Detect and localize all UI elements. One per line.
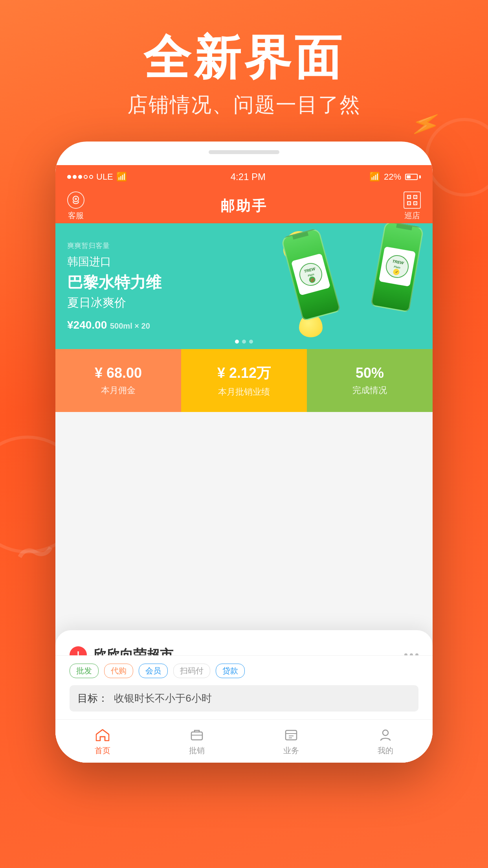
second-tag-wholesale: 批发 xyxy=(70,664,99,678)
second-tag-loan: 贷款 xyxy=(216,664,245,678)
nav-home-label: 首页 xyxy=(95,745,110,756)
stats-row: ¥ 68.00 本月佣金 ¥ 2.12万 本月批销业绩 50% 完成情况 xyxy=(55,349,433,412)
app-title: 邮助手 xyxy=(220,197,268,216)
scan-store-label: 巡店 xyxy=(404,210,420,221)
svg-rect-20 xyxy=(191,732,202,740)
business-icon xyxy=(283,726,300,744)
goal-label: 目标： xyxy=(77,692,108,704)
customer-service-button[interactable]: 客服 xyxy=(67,191,84,221)
goal-content: 收银时长不小于6小时 xyxy=(114,692,211,704)
profile-icon xyxy=(377,726,394,744)
phone-notch xyxy=(209,150,279,154)
status-right: 📶 22% xyxy=(369,172,421,182)
second-tag-purchasing: 代购 xyxy=(104,664,133,678)
signal-dot-3 xyxy=(78,175,82,179)
main-title: 全新界面 xyxy=(0,31,488,83)
battery-fill xyxy=(407,175,411,178)
svg-rect-22 xyxy=(286,730,297,740)
nav-profile-label: 我的 xyxy=(378,745,393,756)
stat-commission-label: 本月佣金 xyxy=(101,384,136,396)
banner-dot-1 xyxy=(235,340,239,344)
signal-dot-2 xyxy=(73,175,77,179)
bluetooth-icon: 📶 xyxy=(369,172,380,182)
second-tag-scan: 扫码付 xyxy=(173,664,210,678)
signal-dot-1 xyxy=(67,175,71,179)
second-card-area: 批发 代购 会员 扫码付 贷款 目标： 收银时长不小于6小时 xyxy=(55,655,433,719)
scan-icon xyxy=(404,191,421,209)
nav-home[interactable]: 首页 xyxy=(55,726,150,756)
home-icon xyxy=(94,726,111,744)
customer-service-icon xyxy=(67,191,84,209)
banner-product-name: 巴黎水特力维 xyxy=(67,272,421,293)
scan-store-button[interactable]: 巡店 xyxy=(404,191,421,221)
svg-rect-9 xyxy=(415,203,416,204)
bottom-nav: 首页 批销 xyxy=(55,719,433,763)
goal-text: 目标： 收银时长不小于6小时 xyxy=(70,685,418,712)
nav-business[interactable]: 业务 xyxy=(244,726,338,756)
nav-wholesale[interactable]: 批销 xyxy=(150,726,244,756)
stat-completion-value: 50% xyxy=(356,365,384,381)
banner-area: 爽爽暂归客量 韩国进口 巴黎水特力维 夏日冰爽价 ¥240.00 500ml ×… xyxy=(55,223,433,349)
second-tags-row: 批发 代购 会员 扫码付 贷款 xyxy=(70,664,418,678)
customer-service-label: 客服 xyxy=(68,210,84,221)
stat-commission: ¥ 68.00 本月佣金 xyxy=(55,349,181,412)
battery-icon xyxy=(405,174,421,180)
nav-business-label: 业务 xyxy=(283,745,299,756)
svg-rect-6 xyxy=(409,197,409,197)
banner-dot-2 xyxy=(242,340,246,344)
banner-intro: 韩国进口 xyxy=(67,254,421,269)
second-tag-member: 会员 xyxy=(139,664,168,678)
signal-dot-5 xyxy=(89,175,93,179)
status-bar: ULE 📶 4:21 PM 📶 22% xyxy=(55,165,433,189)
stat-sales: ¥ 2.12万 本月批销业绩 xyxy=(181,349,307,412)
svg-point-26 xyxy=(383,730,388,736)
battery-body xyxy=(405,174,418,180)
stat-completion-label: 完成情况 xyxy=(352,384,387,396)
svg-rect-8 xyxy=(409,203,409,204)
stat-commission-value: ¥ 68.00 xyxy=(95,365,142,381)
banner-dots xyxy=(235,340,253,344)
banner-dot-3 xyxy=(249,340,253,344)
phone-mockup: ULE 📶 4:21 PM 📶 22% xyxy=(55,142,433,763)
sub-title: 店铺情况、问题一目了然 xyxy=(0,91,488,119)
svg-point-1 xyxy=(75,198,77,200)
header-area: 全新界面 店铺情况、问题一目了然 xyxy=(0,31,488,119)
status-left: ULE 📶 xyxy=(67,172,127,182)
banner-small-text: 爽爽暂归客量 xyxy=(67,241,421,250)
svg-rect-7 xyxy=(415,197,416,197)
battery-tip xyxy=(419,175,421,178)
signal-dot-4 xyxy=(84,175,88,179)
banner-tagline: 夏日冰爽价 xyxy=(67,295,421,311)
wholesale-icon xyxy=(188,726,205,744)
phone-screen: ULE 📶 4:21 PM 📶 22% xyxy=(55,165,433,763)
signal-dots xyxy=(67,175,93,179)
wifi-icon: 📶 xyxy=(116,172,127,182)
stat-sales-label: 本月批销业绩 xyxy=(218,386,270,398)
status-time: 4:21 PM xyxy=(231,171,266,182)
carrier-label: ULE xyxy=(96,172,113,182)
stat-completion: 50% 完成情况 xyxy=(307,349,433,412)
stat-sales-value: ¥ 2.12万 xyxy=(217,364,271,383)
nav-wholesale-label: 批销 xyxy=(189,745,205,756)
battery-percent: 22% xyxy=(384,172,401,182)
banner-price-detail: 500ml × 20 xyxy=(110,322,150,330)
app-header: 客服 邮助手 巡店 xyxy=(55,189,433,223)
nav-profile[interactable]: 我的 xyxy=(338,726,433,756)
banner-price: ¥240.00 500ml × 20 xyxy=(67,319,421,331)
banner-left: 爽爽暂归客量 韩国进口 巴黎水特力维 夏日冰爽价 ¥240.00 500ml ×… xyxy=(67,241,421,331)
